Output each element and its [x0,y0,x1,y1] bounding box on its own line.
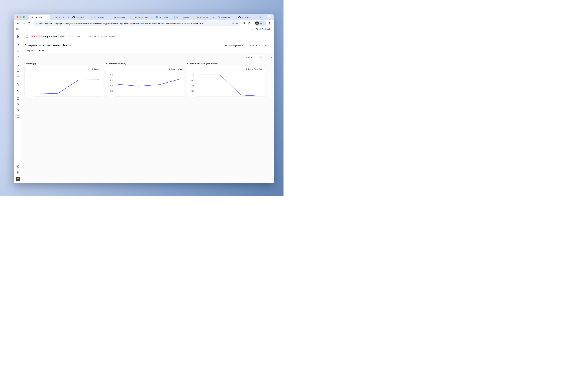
tab-charts[interactable]: Charts [36,49,46,53]
extensions-puzzle-icon[interactable] [247,21,252,25]
browser-tab[interactable]: Organizatio [112,15,133,20]
new-tab-button[interactable] [258,15,262,19]
tab-close-icon[interactable] [212,16,215,19]
back-button[interactable] [16,21,20,26]
new-experiment-button[interactable]: New experiment [223,43,245,48]
folder-icon [255,28,258,30]
bookmark-star-icon[interactable] [236,22,238,25]
charts-label: Charts [246,56,252,59]
browser-tab[interactable]: CO20250923 [50,15,71,20]
tab-title: Datasets | L [34,16,45,18]
chart-block: Latency (s)latency161284 [25,62,103,97]
sidebar-item-insights[interactable] [15,102,20,107]
breadcrumb-dataset-name[interactable]: basic-examples [101,35,115,38]
tab-close-icon[interactable] [254,16,256,19]
legend-dot-icon [169,69,170,70]
sidebar-item-annotation[interactable] [15,108,20,113]
browser-tab[interactable]: Accounts | [195,15,216,20]
tab-close-icon[interactable] [109,16,111,19]
tab-title: Langfuse - [159,16,170,18]
sidebar-item-datasets[interactable] [15,114,20,119]
browser-tab[interactable]: Google Ge [174,15,195,20]
sidebar-item-users[interactable] [15,74,20,79]
reload-button[interactable] [27,21,31,26]
sidebar-item-evaluation[interactable] [15,96,20,101]
window-controls [16,16,25,18]
tab-close-icon[interactable] [129,16,132,19]
sidebar-item-sessions[interactable] [15,68,20,73]
window-minimize-button[interactable] [20,16,21,18]
tab-close-icon[interactable] [171,16,173,19]
tab-close-icon[interactable] [88,16,90,19]
runs-label: Runs [252,44,257,47]
info-icon[interactable] [69,44,71,47]
tab-close-icon[interactable] [192,16,194,19]
browser-tab[interactable]: Datasets | L [92,15,112,20]
chart-title: # Parse Error Rate (annotation) [187,62,265,65]
tab-close-icon[interactable] [67,16,70,19]
legend-dot-icon [246,69,247,70]
window-maximize-button[interactable] [23,16,25,18]
org-chevron-down-icon[interactable] [66,36,68,38]
github-favicon [72,16,75,19]
chart-title: Latency (s) [25,62,103,65]
charts-dropdown-button[interactable]: Charts 3 [244,55,265,60]
browser-profile-chip[interactable]: Work [255,21,266,26]
sidebar-toggle-icon[interactable] [25,34,29,39]
forward-button[interactable] [21,21,26,26]
browser-toolbar: cloud.langfuse.com/project/cmfwgv8fx002o… [14,20,274,27]
project-name[interactable]: no-filter [73,35,80,38]
toolbar-divider [253,22,253,25]
breadcrumb-datasets-link[interactable]: Datasets [88,35,96,38]
tab-close-icon[interactable] [46,16,49,19]
zoom-search-icon[interactable] [232,22,234,25]
tab-title: feat(io-tab [76,16,87,18]
tab-search-button[interactable] [268,15,271,19]
page-title: Compare runs: basic-examples [25,44,67,47]
tab-outputs[interactable]: Outputs [25,49,35,53]
tab-close-icon[interactable] [233,16,235,19]
browser-tab[interactable]: 6Langfuse - [154,15,174,20]
github-favicon [238,16,241,19]
apps-grid-icon[interactable] [16,28,19,30]
address-bar[interactable]: cloud.langfuse.com/project/cmfwgv8fx002o… [33,21,240,26]
sidebar-item-search[interactable] [15,42,20,47]
sidebar-item-playground[interactable] [15,88,20,93]
all-bookmarks[interactable]: All Bookmarks [253,28,271,30]
browser-menu-kebab-icon[interactable] [267,21,271,25]
tab-title: Marlies we [221,16,232,18]
user-avatar[interactable] [16,177,20,181]
chart-card[interactable]: Correctness0.80.60.40.2 [106,66,184,97]
tab-title: Blog - Lang [138,16,149,18]
chart-card[interactable]: Parse Error Rate0.60.450.30.15 [187,66,265,97]
runs-dropdown-button[interactable]: Runs 4 [247,43,270,48]
chart-canvas: 0.80.60.40.2 [106,66,184,97]
app-main-pane: PROD-EU langfuse-dev Team no-filter Data… [22,32,274,183]
password-extension-icon[interactable] [242,21,246,25]
desktop: Datasets | LCO20250923feat(io-tabDataset… [0,0,284,196]
window-close-button[interactable] [16,16,18,18]
url-text[interactable]: cloud.langfuse.com/project/cmfwgv8fx002o… [39,22,230,25]
charts-chevron-down-icon [253,56,255,58]
sidebar-item-home[interactable] [15,48,20,53]
tab-close-icon[interactable] [150,16,153,19]
org-name[interactable]: langfuse-dev [43,35,57,38]
browser-tab[interactable]: Marlies we [216,15,237,20]
browser-tab[interactable]: Datasets | L [29,15,50,20]
site-settings-icon[interactable] [35,22,38,25]
environment-badge[interactable]: PROD-EU [31,35,42,38]
legend-label: latency [94,68,100,70]
sidebar-item-tracing[interactable] [15,62,20,67]
browser-tab[interactable]: docs: add [237,15,257,20]
browser-tab[interactable]: Blog - Lang [133,15,154,20]
tab-title: Google Ge [180,16,190,18]
browser-tab[interactable]: feat(io-tab [71,15,92,20]
collapse-panel-button[interactable] [270,56,273,59]
sidebar-item-support[interactable] [15,170,20,175]
sidebar-item-dashboards[interactable] [15,54,20,59]
project-chevron-down-icon[interactable] [82,36,84,38]
sidebar-item-settings[interactable] [15,164,20,169]
langfuse-logo[interactable] [16,32,20,41]
chart-card[interactable]: latency161284 [25,66,103,97]
sidebar-item-prompts[interactable] [15,82,20,87]
